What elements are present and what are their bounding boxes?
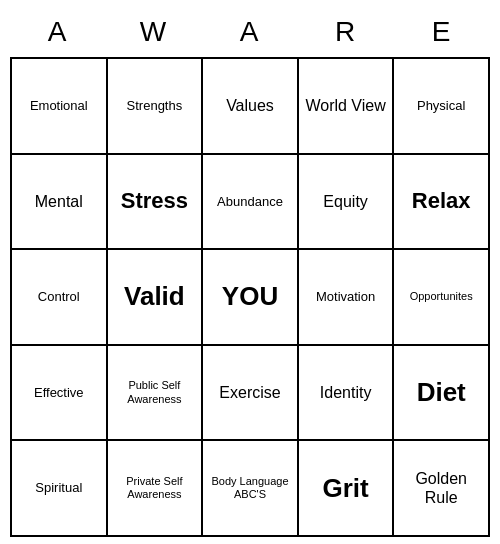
cell-13: Motivation [299, 250, 395, 346]
cell-18: Identity [299, 346, 395, 442]
bingo-grid: EmotionalStrengthsValuesWorld ViewPhysic… [10, 57, 490, 537]
header-a2: A [202, 7, 298, 57]
cell-11: Valid [108, 250, 204, 346]
cell-20: Spiritual [12, 441, 108, 537]
cell-7: Abundance [203, 155, 299, 251]
cell-19: Diet [394, 346, 490, 442]
header-w: W [106, 7, 202, 57]
cell-0: Emotional [12, 59, 108, 155]
cell-1: Strengths [108, 59, 204, 155]
cell-21: Private Self Awareness [108, 441, 204, 537]
cell-2: Values [203, 59, 299, 155]
cell-3: World View [299, 59, 395, 155]
cell-12: YOU [203, 250, 299, 346]
header-row: A W A R E [10, 7, 490, 57]
cell-16: Public Self Awareness [108, 346, 204, 442]
cell-14: Opportunites [394, 250, 490, 346]
cell-9: Relax [394, 155, 490, 251]
cell-4: Physical [394, 59, 490, 155]
cell-15: Effective [12, 346, 108, 442]
cell-17: Exercise [203, 346, 299, 442]
bingo-card: A W A R E EmotionalStrengthsValuesWorld … [10, 7, 490, 537]
header-a: A [10, 7, 106, 57]
cell-24: Golden Rule [394, 441, 490, 537]
header-r: R [298, 7, 394, 57]
cell-8: Equity [299, 155, 395, 251]
cell-23: Grit [299, 441, 395, 537]
cell-22: Body Language ABC'S [203, 441, 299, 537]
header-e: E [394, 7, 490, 57]
cell-5: Mental [12, 155, 108, 251]
cell-10: Control [12, 250, 108, 346]
cell-6: Stress [108, 155, 204, 251]
